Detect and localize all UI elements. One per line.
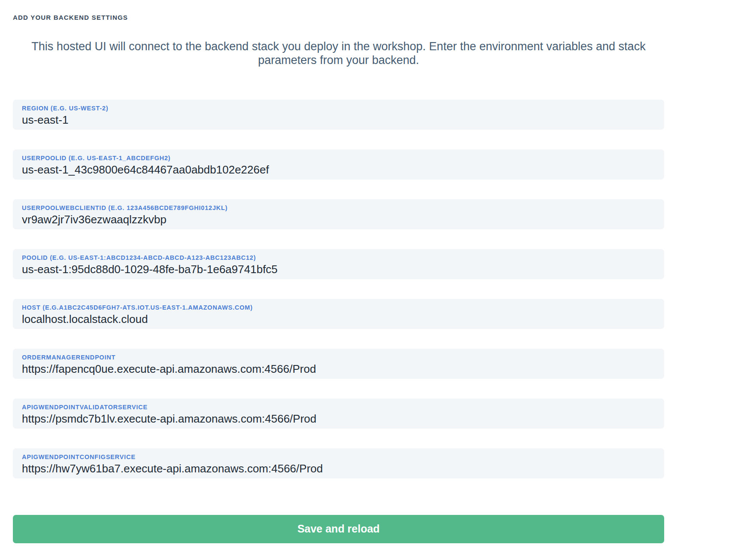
- field-poolid-input[interactable]: [22, 263, 655, 276]
- field-apigwendpointconfigservice-label: APIGWENDPOINTCONFIGSERVICE: [22, 454, 655, 461]
- field-host-input[interactable]: [22, 313, 655, 326]
- field-host-label: HOST (E.G.A1BC2C45D6FGH7-ATS.IOT.US-EAST…: [22, 304, 655, 311]
- backend-settings-form: REGION (E.G. US-WEST-2) USERPOOLID (E.G.…: [13, 100, 664, 543]
- field-poolid-label: POOLID (E.G. US-EAST-1:ABCD1234-ABCD-ABC…: [22, 255, 655, 262]
- field-apigwendpointconfigservice-input[interactable]: [22, 462, 655, 475]
- page-description: This hosted UI will connect to the backe…: [17, 40, 661, 67]
- field-region-label: REGION (E.G. US-WEST-2): [22, 105, 655, 112]
- field-region-input[interactable]: [22, 113, 655, 127]
- field-host[interactable]: HOST (E.G.A1BC2C45D6FGH7-ATS.IOT.US-EAST…: [13, 299, 664, 329]
- save-and-reload-button[interactable]: Save and reload: [13, 515, 664, 543]
- field-userpoolid[interactable]: USERPOOLID (E.G. US-EAST-1_ABCDEFGH2): [13, 149, 664, 180]
- field-userpoolid-label: USERPOOLID (E.G. US-EAST-1_ABCDEFGH2): [22, 155, 655, 162]
- field-userpoolwebclientid-label: USERPOOLWEBCLIENTID (E.G. 123A456BCDE789…: [22, 205, 655, 212]
- field-userpoolid-input[interactable]: [22, 163, 655, 177]
- field-poolid[interactable]: POOLID (E.G. US-EAST-1:ABCD1234-ABCD-ABC…: [13, 249, 664, 279]
- field-apigwendpointvalidatorservice-input[interactable]: [22, 412, 655, 426]
- field-ordermanagerendpoint-label: ORDERMANAGERENDPOINT: [22, 354, 655, 361]
- field-userpoolwebclientid-input[interactable]: [22, 213, 655, 226]
- page-title: ADD YOUR BACKEND SETTINGS: [13, 14, 664, 21]
- backend-settings-page: ADD YOUR BACKEND SETTINGS This hosted UI…: [13, 0, 664, 543]
- field-region[interactable]: REGION (E.G. US-WEST-2): [13, 100, 664, 130]
- field-apigwendpointvalidatorservice[interactable]: APIGWENDPOINTVALIDATORSERVICE: [13, 399, 664, 429]
- field-apigwendpointvalidatorservice-label: APIGWENDPOINTVALIDATORSERVICE: [22, 404, 655, 411]
- field-apigwendpointconfigservice[interactable]: APIGWENDPOINTCONFIGSERVICE: [13, 448, 664, 478]
- field-ordermanagerendpoint-input[interactable]: [22, 362, 655, 376]
- field-ordermanagerendpoint[interactable]: ORDERMANAGERENDPOINT: [13, 349, 664, 379]
- field-userpoolwebclientid[interactable]: USERPOOLWEBCLIENTID (E.G. 123A456BCDE789…: [13, 199, 664, 229]
